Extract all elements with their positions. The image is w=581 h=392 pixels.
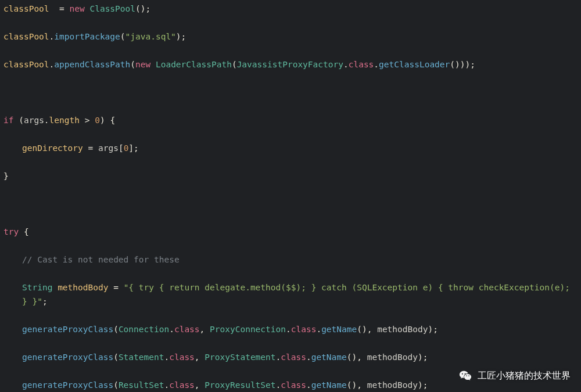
code-line: } bbox=[3, 169, 578, 183]
code-line: // Cast is not needed for these bbox=[3, 253, 578, 267]
code-line: classPool.appendClassPath(new LoaderClas… bbox=[3, 57, 578, 71]
wechat-watermark: 工匠小猪猪的技术世界 bbox=[459, 369, 571, 383]
code-line: if (args.length > 0) { bbox=[3, 113, 578, 127]
code-line: classPool.importPackage("java.sql"); bbox=[3, 30, 578, 44]
wechat-icon bbox=[459, 369, 472, 382]
code-line bbox=[3, 197, 578, 211]
code-line bbox=[3, 85, 578, 99]
watermark-text: 工匠小猪猪的技术世界 bbox=[478, 369, 571, 383]
code-line: String methodBody = "{ try { return dele… bbox=[3, 280, 578, 308]
code-editor[interactable]: classPool = new ClassPool(); classPool.i… bbox=[0, 0, 581, 392]
code-line: generateProxyClass(Connection.class, Pro… bbox=[3, 322, 578, 336]
code-line: classPool = new ClassPool(); bbox=[3, 2, 578, 16]
code-line: generateProxyClass(Statement.class, Prox… bbox=[3, 350, 578, 364]
code-line: genDirectory = args[0]; bbox=[3, 141, 578, 155]
code-line: try { bbox=[3, 225, 578, 239]
